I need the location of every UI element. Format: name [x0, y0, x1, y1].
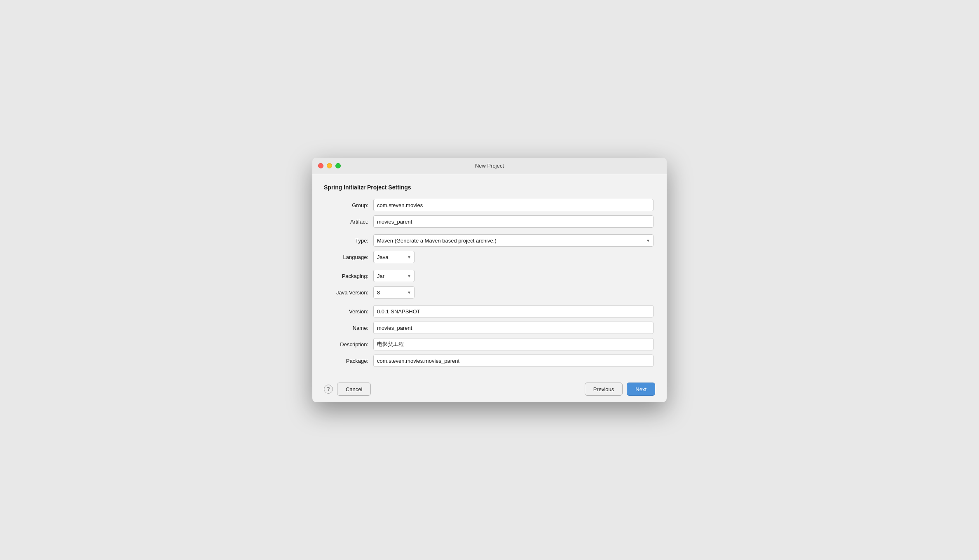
- artifact-label: Artifact:: [324, 219, 373, 225]
- packaging-select-wrapper: Jar War ▼: [373, 270, 415, 282]
- language-row: Language: Java Kotlin Groovy ▼: [324, 251, 655, 263]
- group-input[interactable]: [373, 199, 653, 211]
- traffic-lights: [318, 163, 341, 168]
- language-select-wrapper: Java Kotlin Groovy ▼: [373, 251, 415, 263]
- previous-button[interactable]: Previous: [585, 383, 623, 396]
- type-select-wrapper: Maven (Generate a Maven based project ar…: [373, 234, 653, 247]
- description-row: Description:: [324, 338, 655, 350]
- package-row: Package:: [324, 355, 655, 367]
- bottom-bar: ? Cancel Previous Next: [312, 378, 667, 402]
- form-area: Spring Initializr Project Settings Group…: [324, 184, 655, 371]
- version-input[interactable]: [373, 305, 653, 317]
- java-version-label: Java Version:: [324, 289, 373, 296]
- package-input[interactable]: [373, 355, 653, 367]
- packaging-select[interactable]: Jar War: [373, 270, 415, 282]
- artifact-row: Artifact:: [324, 215, 655, 228]
- package-label: Package:: [324, 358, 373, 364]
- type-label: Type:: [324, 238, 373, 244]
- group-label: Group:: [324, 202, 373, 208]
- minimize-button[interactable]: [327, 163, 332, 168]
- window-title: New Project: [475, 163, 504, 169]
- version-row: Version:: [324, 305, 655, 317]
- version-label: Version:: [324, 308, 373, 315]
- help-button[interactable]: ?: [324, 385, 333, 394]
- section-title: Spring Initializr Project Settings: [324, 184, 655, 191]
- packaging-label: Packaging:: [324, 273, 373, 279]
- java-version-select-wrapper: 8 11 17 ▼: [373, 286, 415, 299]
- dialog-window: New Project Spring Initializr Project Se…: [312, 158, 667, 402]
- name-label: Name:: [324, 325, 373, 331]
- artifact-input[interactable]: [373, 215, 653, 228]
- packaging-row: Packaging: Jar War ▼: [324, 270, 655, 282]
- bottom-left: ? Cancel: [324, 383, 371, 396]
- description-label: Description:: [324, 341, 373, 348]
- close-button[interactable]: [318, 163, 323, 168]
- language-select[interactable]: Java Kotlin Groovy: [373, 251, 415, 263]
- java-version-row: Java Version: 8 11 17 ▼: [324, 286, 655, 299]
- name-input[interactable]: [373, 322, 653, 334]
- group-row: Group:: [324, 199, 655, 211]
- form-grid: Group: Artifact: Type: Maven (Generate a…: [324, 199, 655, 371]
- type-select[interactable]: Maven (Generate a Maven based project ar…: [373, 234, 653, 247]
- bottom-right: Previous Next: [585, 383, 655, 396]
- java-version-select[interactable]: 8 11 17: [373, 286, 415, 299]
- cancel-button[interactable]: Cancel: [337, 383, 371, 396]
- name-row: Name:: [324, 322, 655, 334]
- description-input[interactable]: [373, 338, 653, 350]
- titlebar: New Project: [312, 158, 667, 174]
- main-content: Spring Initializr Project Settings Group…: [312, 174, 667, 378]
- language-label: Language:: [324, 254, 373, 260]
- maximize-button[interactable]: [335, 163, 341, 168]
- type-row: Type: Maven (Generate a Maven based proj…: [324, 234, 655, 247]
- next-button[interactable]: Next: [627, 383, 655, 396]
